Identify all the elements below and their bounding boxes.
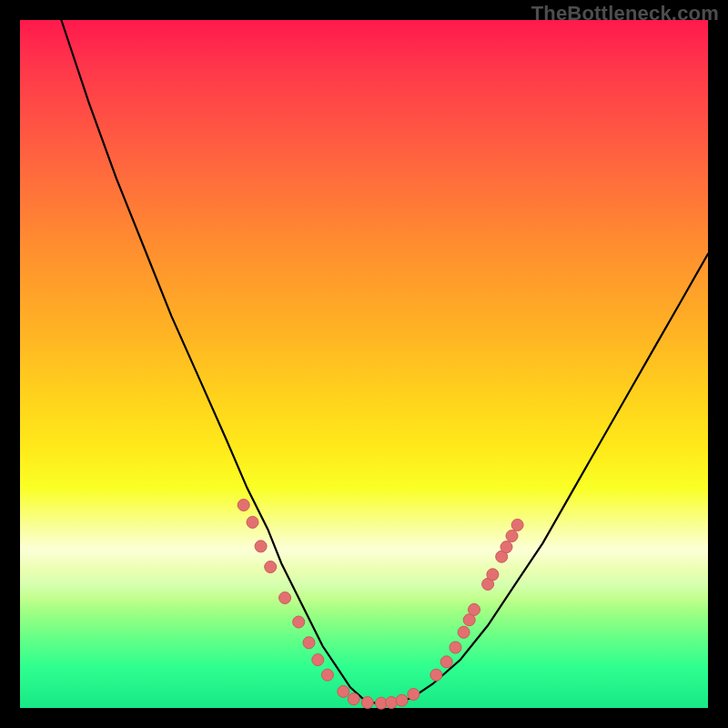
data-dot xyxy=(469,603,480,615)
data-dot xyxy=(247,516,258,528)
data-dot xyxy=(430,669,442,681)
data-dot xyxy=(238,500,249,511)
data-dot xyxy=(293,616,305,628)
data-dot xyxy=(487,569,499,581)
data-dot xyxy=(361,697,373,709)
data-dot xyxy=(255,541,267,552)
chart-svg xyxy=(20,20,708,708)
data-dot xyxy=(321,669,333,681)
data-dot xyxy=(511,519,523,531)
data-dot xyxy=(500,541,512,553)
data-dot xyxy=(279,592,291,604)
data-dots xyxy=(238,500,523,710)
data-dot xyxy=(440,656,452,668)
data-dot xyxy=(458,626,470,638)
bottleneck-curve xyxy=(61,20,708,704)
data-dot xyxy=(386,697,398,709)
plot-area xyxy=(20,20,708,708)
outer-frame: TheBottleneck.com xyxy=(0,0,728,728)
data-dot xyxy=(348,693,359,705)
data-dot xyxy=(265,561,277,573)
data-dot xyxy=(338,685,349,697)
data-dot xyxy=(396,694,408,706)
data-dot xyxy=(303,637,315,649)
data-dot xyxy=(408,688,420,700)
data-dot xyxy=(506,531,518,542)
watermark-text: TheBottleneck.com xyxy=(531,2,719,25)
data-dot xyxy=(450,642,461,653)
data-dot xyxy=(312,654,324,666)
